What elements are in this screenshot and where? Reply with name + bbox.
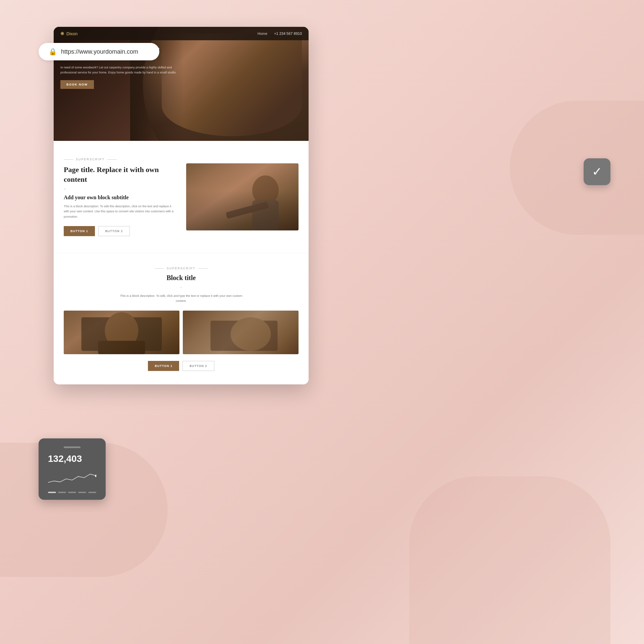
home-link[interactable]: Home <box>258 32 267 36</box>
superscript-text-1: SUPERSCRIPT <box>76 158 105 161</box>
navigation: ❋ Dixon Home +1 234 567 8910 <box>54 27 309 40</box>
browser-window: ❋ Dixon Home +1 234 567 8910 Turn your h… <box>54 27 309 384</box>
svg-point-8 <box>95 475 96 477</box>
grid-image-1 <box>64 311 179 354</box>
section-two-col: SUPERSCRIPT Page title. Replace it with … <box>54 141 309 253</box>
stats-dot-1 <box>48 492 56 493</box>
section-center: SUPERSCRIPT Block title × This is a bloc… <box>54 253 309 384</box>
svg-rect-5 <box>98 341 145 354</box>
stats-dot-5 <box>88 492 96 493</box>
grid-img-svg-1 <box>64 311 179 354</box>
drag-handle[interactable] <box>64 446 80 448</box>
section2-btn-group: BUTTON 1 BUTTON 2 <box>64 361 299 371</box>
superscript-1: SUPERSCRIPT <box>64 158 176 161</box>
section2-description: This is a block description. To edit, cl… <box>117 293 245 304</box>
stats-pagination <box>48 492 96 493</box>
stats-number: 132,403 <box>48 453 96 464</box>
section1-close-x: × <box>64 187 176 192</box>
section2-button1[interactable]: BUTTON 1 <box>148 361 179 371</box>
section1-title: Page title. Replace it with own content <box>64 165 176 184</box>
phone-number: +1 234 567 8910 <box>274 32 302 36</box>
grid-img-svg-2 <box>183 311 299 354</box>
section2-title: Block title <box>64 274 299 282</box>
stats-dot-3 <box>68 492 76 493</box>
book-now-button[interactable]: BOOK NOW <box>60 80 94 89</box>
site-logo: ❋ Dixon <box>60 31 77 36</box>
url-text: https://www.yourdomain.com <box>61 48 138 55</box>
stats-dot-4 <box>78 492 86 493</box>
two-col-layout: SUPERSCRIPT Page title. Replace it with … <box>64 158 299 236</box>
bg-decoration-bottom <box>409 476 610 644</box>
section2-close-x: × <box>64 285 299 290</box>
lock-icon: 🔒 <box>49 48 57 56</box>
image-grid <box>64 311 299 354</box>
superscript-line-right <box>107 159 117 160</box>
section2-button2[interactable]: BUTTON 2 <box>182 361 214 371</box>
grid-image-2 <box>183 311 299 354</box>
nav-links: Home +1 234 567 8910 <box>258 32 302 36</box>
bg-decoration-right <box>510 101 644 235</box>
check-badge: ✓ <box>584 158 610 185</box>
section1-button2[interactable]: BUTTON 2 <box>98 226 130 236</box>
superscript2-line-right <box>198 268 208 269</box>
section1-description: This is a block description. To edit thi… <box>64 204 176 219</box>
superscript2-line-left <box>155 268 164 269</box>
logo-text: Dixon <box>66 31 77 36</box>
superscript-text-2: SUPERSCRIPT <box>167 267 196 270</box>
svg-point-7 <box>231 317 271 351</box>
stats-dot-2 <box>58 492 66 493</box>
check-icon: ✓ <box>592 165 602 179</box>
worker-image-1 <box>186 163 299 230</box>
stats-chart <box>48 470 96 486</box>
logo-icon: ❋ <box>60 31 64 36</box>
url-bar[interactable]: 🔒 https://www.yourdomain.com <box>39 43 159 60</box>
stats-widget: 132,403 <box>39 438 106 500</box>
text-column: SUPERSCRIPT Page title. Replace it with … <box>64 158 176 236</box>
section1-subtitle: Add your own block subtitle <box>64 195 176 201</box>
hero-description: In need of some woodwork? Let out carpen… <box>60 65 178 75</box>
superscript-line-left <box>64 159 73 160</box>
superscript-2: SUPERSCRIPT <box>64 267 299 270</box>
image-column-1 <box>186 163 299 230</box>
section1-btn-group: BUTTON 1 BUTTON 2 <box>64 226 176 236</box>
carpenter-svg-1 <box>186 163 299 230</box>
section1-button1[interactable]: BUTTON 1 <box>64 226 95 236</box>
